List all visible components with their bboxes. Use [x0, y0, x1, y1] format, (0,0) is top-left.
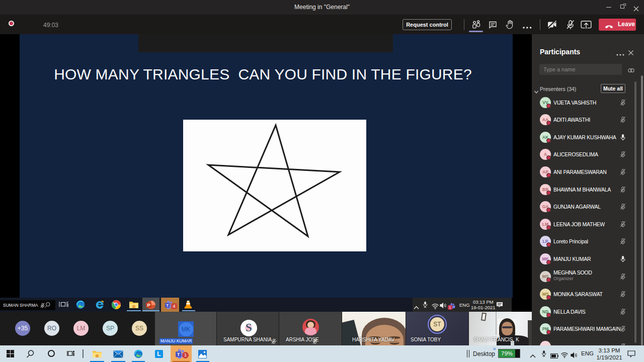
svg-text:P: P: [147, 302, 150, 308]
svg-text:T: T: [166, 303, 169, 308]
svg-text:T: T: [177, 351, 180, 357]
